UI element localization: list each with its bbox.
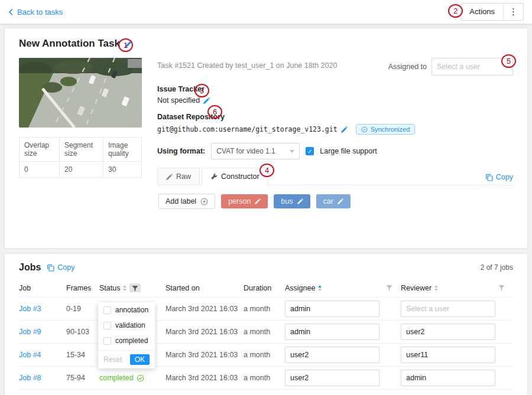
job-9-link[interactable]: Job #9 [19,328,41,336]
plus-circle-icon [200,198,208,205]
jobs-table: Job Frames Status Started on Duration [19,279,513,390]
annotation-checkbox[interactable] [103,306,111,314]
annotation-circle-3: 3 [194,84,209,97]
issue-tracker-value: Not specified [157,96,200,105]
add-label-button[interactable]: Add label [158,194,215,209]
content: New Annotation Task [0,24,532,395]
using-format-label: Using format: [157,147,205,155]
job-9-assignee-input[interactable] [285,324,379,340]
task-title-row: New Annotation Task [19,38,513,50]
format-select[interactable]: CVAT for video 1.1 [211,143,300,159]
tab-raw-label: Raw [176,172,191,181]
job-8-link[interactable]: Job #8 [19,374,41,382]
col-assignee[interactable]: Assignee [285,284,315,292]
task-meta-row: Task #1521 Created by test_user_1 on Jun… [157,58,513,76]
jobs-copy-button[interactable]: Copy [47,263,74,272]
validation-option-label: validation [115,321,145,329]
jobs-header: Jobs Copy 2 of 7 jobs [19,262,513,273]
synchronized-badge[interactable]: Synchronized [356,124,416,135]
job-4-link[interactable]: Job #4 [19,351,41,359]
task-preview-image [19,58,142,128]
back-chevron-icon [8,8,14,16]
label-chip-bus[interactable]: bus [274,194,310,208]
status-filter-dropdown: annotation validation completed Reset OK [98,302,155,368]
edit-repository-icon[interactable] [341,126,348,133]
issue-tracker-label: Issue Tracker [157,85,513,93]
annotation-circle-6: 6 [207,105,222,119]
job-4-started: March 3rd 2021 16:03 [166,344,244,367]
completed-check-icon [137,374,144,382]
label-chip-person[interactable]: person [221,194,268,208]
label-person-name: person [228,197,251,205]
assignee-filter-icon[interactable] [386,285,392,291]
synchronized-label: Synchronized [371,126,410,133]
format-row: Using format: CVAT for video 1.1 ✓ Large… [157,143,513,159]
job-8-status: completed [99,374,144,382]
jobs-count: 2 of 7 jobs [481,263,513,272]
reviewer-filter-icon[interactable] [498,285,505,291]
job-9-frames: 90-103 [66,321,99,344]
edit-label-bus-icon[interactable] [297,198,303,204]
annotation-option-label: annotation [115,306,148,314]
large-file-checkbox[interactable]: ✓ [306,147,314,155]
job-3-started: March 3rd 2021 16:03 [166,298,244,321]
job-4-assignee-input[interactable] [285,347,379,363]
status-sort-icon[interactable] [123,285,126,291]
task-left-column: Overlap size Segment size Image quality … [19,58,142,248]
job-8-assignee-input[interactable] [285,370,379,386]
col-frames: Frames [66,279,99,298]
task-details-card: New Annotation Task [5,28,527,248]
assigned-to-label: Assigned to [388,63,427,71]
filter-reset-button[interactable]: Reset [103,355,122,364]
param-value-quality: 30 [103,162,141,178]
task-meta: Task #1521 Created by test_user_1 on Jun… [157,58,337,70]
reviewer-sort-icon[interactable] [434,285,438,291]
job-8-started: March 3rd 2021 16:03 [166,367,244,390]
job-4-reviewer-input[interactable] [401,347,495,363]
col-duration: Duration [244,279,285,298]
filter-option-validation[interactable]: validation [98,318,155,333]
copy-icon [485,174,493,181]
job-3-reviewer-input[interactable] [401,301,495,317]
completed-checkbox[interactable] [103,337,111,345]
task-parameters-table: Overlap size Segment size Image quality … [19,137,142,178]
job-8-status-text: completed [99,374,134,382]
edit-label-car-icon[interactable] [338,198,343,204]
status-filter-icon[interactable] [129,283,141,292]
issue-tracker-block: Issue Tracker Not specified [157,85,513,105]
job-row-1: Job #3 0-19 March 3rd 2021 16:03 a month [19,298,513,321]
jobs-table-header-row: Job Frames Status Started on Duration [19,279,513,298]
tab-raw[interactable]: Raw [157,168,200,185]
col-status[interactable]: Status [99,284,120,292]
tab-constructor-label: Constructor [221,172,259,181]
job-8-duration: a month [244,367,285,390]
tab-constructor[interactable]: Constructor [202,168,268,185]
constructor-tab-content: Add label person bus [157,185,513,248]
filter-ok-button[interactable]: OK [130,354,150,365]
job-3-assignee-input[interactable] [285,301,379,317]
label-chip-car[interactable]: car [316,194,351,208]
edit-label-person-icon[interactable] [255,198,261,204]
actions-button[interactable]: Actions ⋮ [460,3,524,21]
assignee-sort-icon[interactable] [318,285,322,291]
raw-pencil-icon [166,174,173,180]
job-4-frames: 15-34 [66,344,99,367]
more-menu-icon[interactable]: ⋮ [504,4,523,20]
col-started: Started on [166,279,244,298]
actions-label: Actions [461,4,503,20]
filter-option-completed[interactable]: completed [98,333,155,348]
validation-checkbox[interactable] [103,322,111,329]
annotation-circle-1: 1 [118,38,133,52]
back-to-tasks-link[interactable]: Back to tasks [8,8,63,17]
col-reviewer[interactable]: Reviewer [401,284,432,292]
jobs-copy-label: Copy [57,263,74,272]
labels-copy-button[interactable]: Copy [485,173,513,185]
job-3-link[interactable]: Job #3 [19,305,41,313]
job-9-reviewer-input[interactable] [401,324,495,340]
job-3-frames: 0-19 [66,298,99,321]
filter-option-annotation[interactable]: annotation [98,302,155,318]
job-8-reviewer-input[interactable] [401,370,495,386]
task-right-column: Task #1521 Created by test_user_1 on Jun… [157,58,513,248]
param-header-overlap: Overlap size [20,138,60,162]
edit-issue-tracker-icon[interactable] [203,97,210,104]
